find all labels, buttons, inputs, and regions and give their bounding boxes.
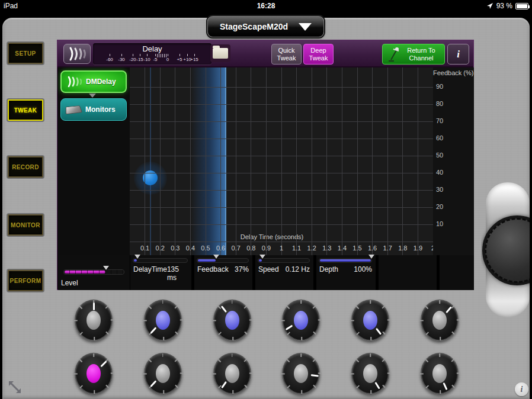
knob-r1-2[interactable]	[144, 300, 182, 341]
grid-line-horizontal	[130, 104, 433, 105]
knob-pointer	[311, 374, 319, 377]
feedback-labels: Feedback 37%	[197, 265, 249, 273]
param-cell-feedback: Feedback 37%	[194, 255, 252, 290]
app-panel: Delay -60-30-20-15-10-50+5+10+15 Quick T…	[57, 40, 474, 290]
meter-minor-tick	[166, 54, 166, 57]
x-tick-label: 0.8	[246, 244, 255, 252]
preset-folder-button[interactable]	[210, 44, 230, 62]
grid-line-horizontal	[130, 156, 433, 156]
level-slider[interactable]	[63, 269, 124, 275]
folder-icon	[213, 48, 228, 59]
battery-icon	[515, 3, 528, 9]
sidebar-item-perform[interactable]: PERFORM	[8, 270, 43, 291]
param-value: 0.12 Hz	[286, 265, 310, 273]
meter-tick	[187, 54, 188, 56]
speed-slider-handle[interactable]	[259, 255, 265, 259]
param-name: Depth	[319, 265, 338, 273]
return-to-channel-button[interactable]: Return To Channel	[382, 44, 445, 65]
grid-line-vertical	[372, 67, 373, 255]
delay-effect-button[interactable]	[63, 44, 91, 64]
delaytime-slider[interactable]	[133, 258, 188, 263]
microphone-stand-icon	[387, 47, 400, 62]
meter-tick	[121, 54, 122, 56]
y-axis-label: Feedback (%)	[433, 69, 472, 76]
knob-r2-1[interactable]	[75, 353, 113, 394]
param-name: Feedback	[197, 265, 229, 273]
grid-line-vertical	[387, 67, 388, 255]
level-meter-segments	[64, 270, 124, 274]
param-value: 100%	[354, 265, 372, 273]
grid-line-vertical	[357, 67, 358, 255]
knob-r1-1[interactable]	[75, 300, 113, 341]
x-tick-label: 1.3	[322, 244, 331, 252]
deep-tweak-button[interactable]: Deep Tweak	[303, 44, 334, 65]
parameter-strip: Level -0.6 dB DelayTime 135 ms	[58, 255, 474, 290]
meter-tick	[180, 54, 180, 56]
knob-r1-6[interactable]	[421, 300, 459, 341]
knob-r2-5[interactable]	[351, 353, 389, 394]
meter-minor-tick	[159, 54, 159, 57]
quick-tweak-button[interactable]: Quick Tweak	[271, 44, 302, 65]
delay-xy-pad[interactable]: Delay Time (seconds) 0.10.20.30.40.50.60…	[130, 67, 433, 255]
x-tick-label: 0.9	[262, 244, 271, 252]
depth-slider-handle[interactable]	[368, 255, 374, 259]
effect-item-label: Monitors	[85, 105, 116, 114]
knob-r2-3[interactable]	[213, 353, 251, 394]
sound-waves-icon	[66, 75, 82, 88]
depth-slider[interactable]	[319, 258, 372, 263]
knob-cap-gray	[363, 364, 377, 383]
level-slider-handle[interactable]	[103, 266, 109, 270]
x-tick-label: 1.8	[398, 244, 407, 252]
monitor-wedge-icon	[66, 105, 82, 114]
knob-r1-4[interactable]	[282, 300, 320, 341]
depth-slider-fill	[320, 259, 371, 262]
param-value: 135 ms	[167, 265, 188, 282]
param-cell-speed: Speed 0.12 Hz	[255, 255, 313, 290]
knob-cap-blue	[225, 311, 239, 330]
resize-button[interactable]	[7, 379, 23, 395]
meter-tick-label: -10	[143, 57, 150, 62]
knob-pointer	[443, 382, 448, 390]
knob-cap-gray	[432, 311, 447, 330]
x-tick-label: 0.3	[171, 244, 180, 252]
knob-r1-3[interactable]	[213, 300, 251, 341]
feedback-slider[interactable]	[197, 258, 249, 263]
knob-r2-6[interactable]	[421, 353, 459, 394]
screen: iPad 16:28 93 % StageScapeM20d SETUP TWE…	[0, 0, 532, 399]
device-selector-dropdown[interactable]: StageScapeM20d	[207, 16, 324, 37]
param-cell-depth: Depth 100%	[316, 255, 376, 290]
meter-minor-tick	[157, 54, 158, 57]
sidebar-item-setup[interactable]: SETUP	[8, 43, 43, 64]
knob-r2-2[interactable]	[144, 353, 182, 394]
list-caret-icon	[89, 94, 96, 98]
knob-pointer	[100, 361, 107, 367]
meter-tick-label: -15	[136, 57, 143, 62]
sidebar-item-monitor[interactable]: MONITOR	[8, 214, 43, 236]
help-info-button[interactable]: i	[515, 382, 528, 396]
grid-line-horizontal	[130, 207, 433, 208]
grid-line-vertical	[190, 67, 191, 255]
effect-toolbar: Delay -60-30-20-15-10-50+5+10+15 Quick T…	[57, 40, 473, 67]
knob-r2-4[interactable]	[282, 353, 320, 394]
jog-wheel-notches	[485, 218, 530, 283]
grid-line-horizontal	[130, 121, 433, 122]
diagonal-arrows-icon	[7, 379, 23, 395]
sidebar-item-record[interactable]: RECORD	[8, 156, 43, 178]
x-tick-label: 0.2	[156, 244, 165, 252]
speed-slider[interactable]	[258, 258, 310, 263]
y-tick-label: 80	[436, 100, 443, 107]
effect-item-dmdelay[interactable]: DMDelay	[60, 70, 127, 93]
effect-item-monitors[interactable]: Monitors	[60, 98, 127, 121]
sidebar-item-tweak[interactable]: TWEAK	[8, 99, 43, 121]
device-selector-label: StageScapeM20d	[220, 22, 288, 31]
y-tick-label: 90	[436, 83, 443, 90]
meter-minor-tick	[161, 54, 161, 57]
knob-r1-5[interactable]	[351, 300, 389, 341]
delaytime-slider-handle[interactable]	[134, 255, 140, 259]
knob-pointer	[150, 381, 157, 388]
grid-line-vertical	[206, 67, 206, 255]
param-name: Speed	[258, 265, 279, 273]
feedback-slider-handle[interactable]	[213, 255, 219, 259]
jog-wheel-area[interactable]	[481, 178, 530, 323]
info-button[interactable]: i	[447, 44, 469, 65]
